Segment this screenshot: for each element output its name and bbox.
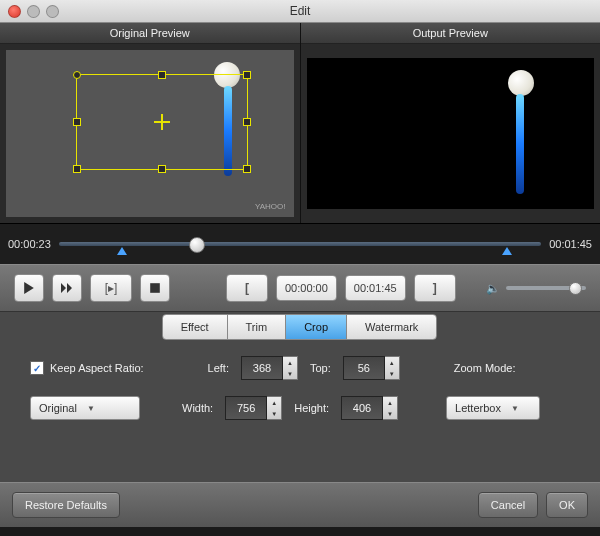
stepper-down-icon[interactable]: ▼: [283, 368, 297, 379]
zoom-mode-value: Letterbox: [455, 402, 501, 414]
play-button[interactable]: [14, 274, 44, 302]
crop-center-icon: [154, 114, 170, 130]
crop-panel: ✓ Keep Aspect Ratio: Left: ▲▼ Top: ▲▼ Zo…: [0, 340, 600, 482]
aspect-select-value: Original: [39, 402, 77, 414]
height-input[interactable]: [341, 396, 383, 420]
tab-crop[interactable]: Crop: [285, 314, 347, 340]
timeline-row: 00:00:23 00:01:45: [0, 223, 600, 264]
tab-effect[interactable]: Effect: [162, 314, 228, 340]
zoom-mode-label: Zoom Mode:: [454, 362, 516, 374]
preview-area: Original Preview YAHOO! Output Preview: [0, 23, 600, 223]
stepper-up-icon[interactable]: ▲: [383, 397, 397, 408]
original-preview: Original Preview YAHOO!: [0, 23, 300, 223]
height-field[interactable]: ▲▼: [341, 396, 398, 420]
crop-handle-br[interactable]: [243, 165, 251, 173]
source-watermark: YAHOO!: [255, 202, 286, 211]
volume-knob[interactable]: [569, 282, 582, 295]
output-preview-canvas: [307, 58, 595, 209]
tab-bar: Effect Trim Crop Watermark: [0, 312, 600, 340]
original-preview-label: Original Preview: [0, 23, 300, 44]
crop-handle-mr[interactable]: [243, 118, 251, 126]
width-input[interactable]: [225, 396, 267, 420]
aspect-select[interactable]: Original▼: [30, 396, 140, 420]
width-field[interactable]: ▲▼: [225, 396, 282, 420]
footer: Restore Defaults Cancel OK: [0, 482, 600, 527]
cancel-button[interactable]: Cancel: [478, 492, 538, 518]
titlebar: Edit: [0, 0, 600, 23]
window-title: Edit: [0, 4, 600, 18]
stepper-down-icon[interactable]: ▼: [385, 368, 399, 379]
original-preview-canvas[interactable]: YAHOO!: [6, 50, 294, 217]
ok-button[interactable]: OK: [546, 492, 588, 518]
timeline-playhead[interactable]: [189, 237, 205, 253]
width-label: Width:: [182, 402, 213, 414]
top-label: Top:: [310, 362, 331, 374]
next-frame-button[interactable]: [▸]: [90, 274, 132, 302]
chevron-down-icon: ▼: [511, 404, 519, 413]
crop-rectangle[interactable]: [76, 74, 248, 170]
crop-handle-tr[interactable]: [243, 71, 251, 79]
stop-button[interactable]: [140, 274, 170, 302]
keep-aspect-label: Keep Aspect Ratio:: [50, 362, 144, 374]
crop-handle-bl[interactable]: [73, 165, 81, 173]
output-preview-label: Output Preview: [301, 23, 601, 44]
zoom-mode-select[interactable]: Letterbox▼: [446, 396, 540, 420]
crop-handle-bm[interactable]: [158, 165, 166, 173]
restore-defaults-button[interactable]: Restore Defaults: [12, 492, 120, 518]
volume-icon: 🔈: [486, 282, 500, 295]
stepper-up-icon[interactable]: ▲: [267, 397, 281, 408]
left-input[interactable]: [241, 356, 283, 380]
tab-trim[interactable]: Trim: [227, 314, 287, 340]
svg-rect-0: [150, 283, 160, 293]
transport-bar: [▸] [ 00:00:00 00:01:45 ] 🔈: [0, 264, 600, 312]
crop-handle-tm[interactable]: [158, 71, 166, 79]
crop-handle-ml[interactable]: [73, 118, 81, 126]
timeline-duration: 00:01:45: [549, 238, 592, 250]
trim-out-time[interactable]: 00:01:45: [345, 275, 406, 301]
crop-handle-tl[interactable]: [73, 71, 81, 79]
top-field[interactable]: ▲▼: [343, 356, 400, 380]
stepper-up-icon[interactable]: ▲: [385, 357, 399, 368]
keep-aspect-checkbox[interactable]: ✓ Keep Aspect Ratio:: [30, 361, 144, 375]
top-input[interactable]: [343, 356, 385, 380]
set-in-button[interactable]: [: [226, 274, 268, 302]
check-icon: ✓: [30, 361, 44, 375]
height-label: Height:: [294, 402, 329, 414]
stepper-up-icon[interactable]: ▲: [283, 357, 297, 368]
tab-watermark[interactable]: Watermark: [346, 314, 437, 340]
set-out-button[interactable]: ]: [414, 274, 456, 302]
fast-forward-button[interactable]: [52, 274, 82, 302]
left-field[interactable]: ▲▼: [241, 356, 298, 380]
timeline-slider[interactable]: [59, 233, 541, 255]
trim-out-marker[interactable]: [502, 247, 512, 255]
chevron-down-icon: ▼: [87, 404, 95, 413]
trim-in-time[interactable]: 00:00:00: [276, 275, 337, 301]
timeline-current: 00:00:23: [8, 238, 51, 250]
trim-in-marker[interactable]: [117, 247, 127, 255]
output-preview: Output Preview: [300, 23, 601, 223]
left-label: Left:: [208, 362, 229, 374]
stream-graphic: [516, 94, 524, 194]
stepper-down-icon[interactable]: ▼: [383, 408, 397, 419]
moon-graphic: [508, 70, 534, 96]
stepper-down-icon[interactable]: ▼: [267, 408, 281, 419]
volume-slider[interactable]: [506, 286, 586, 290]
